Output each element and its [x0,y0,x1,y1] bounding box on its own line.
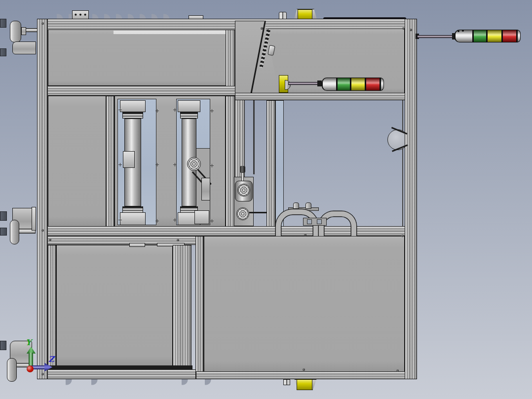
screw-mark [173,163,177,166]
screw [41,229,44,232]
cylinder-pair [283,379,290,385]
z-axis-arrow[interactable] [44,363,52,371]
y-axis-label: Y [26,338,31,347]
screw-mark [210,164,214,167]
valve-knob[interactable] [240,166,245,173]
bay-glass-strip [275,100,284,227]
pipe-flange-fitting-middle[interactable] [9,205,38,247]
stack-light-fitting [317,80,322,86]
flange-bracket [12,41,36,54]
slide-top-plate [120,100,146,112]
stack-light-base [322,78,337,91]
bottom-fin [91,379,99,386]
z-axis-shaft[interactable] [32,365,45,369]
screw [41,22,44,25]
slide-unit-right[interactable] [178,100,212,225]
flange-disc [10,21,21,42]
screw [410,29,412,31]
stack-light-segment-yellow [350,78,365,91]
stack-light-segment-yellow [487,30,502,42]
origin-point[interactable] [27,365,34,372]
arch-notch [307,219,312,224]
mid-bottom-rail[interactable] [37,226,417,236]
slide-top-cap [122,112,143,119]
screw-mark [173,108,177,112]
screw-mark [173,218,177,222]
slide-bottom-plate [120,212,146,225]
top-tab-plate [129,243,145,247]
flange-disc [10,220,19,244]
edge-component [0,48,6,56]
bay-post[interactable] [266,100,275,227]
belt-rod-line [249,212,266,213]
stack-light-right[interactable] [415,27,523,45]
edge-component [0,211,7,221]
screw-mark [118,163,122,166]
screw-mark [210,109,214,113]
frame-left-column[interactable] [37,19,48,379]
frame-right-column[interactable] [405,19,417,379]
screw-mark [155,219,159,223]
pipe-flange-fitting-top[interactable] [9,19,39,54]
thin-post [253,100,255,174]
bottom-fin [66,379,73,386]
motor-bore [237,184,250,197]
screw [402,27,405,30]
mid-left-panel[interactable] [48,96,106,227]
stack-light-end-cap [517,30,521,42]
base-screw [462,30,464,32]
screw-mark [118,218,122,222]
slide-detail-block [194,210,209,224]
screw-mark [155,163,159,166]
stack-light-segment-green [473,30,487,42]
stack-light-pole [288,82,319,85]
flange-hub [21,27,26,35]
lower-post-group[interactable] [173,245,191,369]
z-axis-label: Z [48,355,54,364]
lower-right-panel[interactable] [204,236,405,372]
mid-rail-left[interactable] [37,86,242,96]
origin-triad[interactable]: Y Z [20,329,64,378]
screw [401,235,404,237]
bottom-rail-right[interactable] [196,371,417,379]
bottom-fin [182,379,190,386]
screw-mark [210,219,214,223]
slide-unit-left[interactable] [120,100,146,225]
stack-light-segment-red [365,78,380,91]
screw-mark [118,108,122,112]
screw [303,368,305,371]
edge-component [0,19,6,28]
arch-notch [317,219,322,224]
screw-mark [155,109,159,113]
panel-slot-highlight [114,31,226,34]
stack-light-segment-red [502,30,517,42]
screw [261,27,263,30]
cad-viewport[interactable]: Y Z [0,0,532,399]
screw [49,239,51,241]
screw [396,369,399,372]
column-inner-line [402,100,403,226]
vertical-extrusion[interactable] [106,96,114,227]
arch-cylinder [305,202,311,209]
slide-top-plate [178,100,200,112]
base-screw [457,30,459,32]
lifting-lug-bottom[interactable] [297,379,312,390]
flange-disc [7,358,17,382]
upper-left-panel[interactable] [48,30,227,86]
edge-component [0,228,7,236]
stack-light-end-cap [380,78,384,91]
screw [177,239,179,241]
slide-carriage-block [123,151,135,168]
stack-light-pole [417,35,455,38]
screw [304,234,306,236]
lower-post[interactable] [195,236,204,375]
mid-rail-right[interactable] [235,93,417,100]
stack-light-middle[interactable] [276,73,386,94]
pulley-wheel [187,157,201,171]
bottom-fin [205,379,213,386]
lower-left-panel[interactable] [56,245,173,366]
valve-stem [241,172,244,181]
arch-cylinder [293,202,299,209]
slide-top-cap [180,112,198,119]
motor-pulley [236,207,249,220]
